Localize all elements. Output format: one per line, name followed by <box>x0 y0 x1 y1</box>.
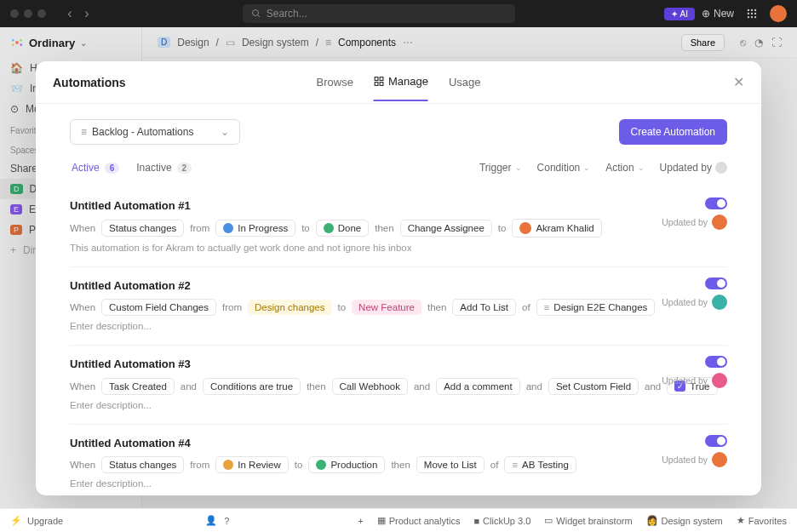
svg-point-5 <box>748 13 749 14</box>
forward-button[interactable]: › <box>80 6 94 21</box>
automation-toggle[interactable] <box>705 277 727 289</box>
filter-active[interactable]: Active 6 <box>70 158 121 177</box>
automation-item[interactable]: Untitled Automation #2 When Custom Field… <box>70 267 727 346</box>
svg-point-10 <box>754 16 756 18</box>
tab-manage[interactable]: Manage <box>374 63 428 101</box>
updated-by: Updated by <box>662 373 727 388</box>
search-icon <box>251 9 261 19</box>
action-chip[interactable]: Add a comment <box>436 378 520 395</box>
updated-by: Updated by <box>662 452 727 467</box>
action-chip[interactable]: Add To List <box>452 299 516 316</box>
to-chip[interactable]: Done <box>316 220 370 237</box>
search-placeholder: Search... <box>267 8 307 20</box>
automation-desc[interactable]: Enter description... <box>70 478 727 489</box>
footer-item[interactable]: ▦ Product analytics <box>377 515 461 526</box>
automation-item[interactable]: Untitled Automation #3 When Task Created… <box>70 346 727 425</box>
automation-toggle[interactable] <box>705 435 727 447</box>
svg-rect-17 <box>380 77 383 81</box>
svg-point-2 <box>748 9 749 11</box>
footer: ⚡ Upgrade 👤 ? + ▦ Product analytics ■ Cl… <box>0 508 797 532</box>
filter-trigger[interactable]: Trigger⌄ <box>479 162 522 174</box>
automation-item[interactable]: Untitled Automation #1 When Status chang… <box>70 187 727 267</box>
search-input[interactable]: Search... <box>243 4 515 23</box>
automation-title: Untitled Automation #1 <box>70 199 727 212</box>
trigger-chip[interactable]: Status changes <box>101 220 184 237</box>
action-chip[interactable]: Change Assignee <box>400 220 492 237</box>
svg-point-7 <box>754 13 756 14</box>
trigger-chip[interactable]: Custom Field Changes <box>101 299 216 316</box>
svg-point-6 <box>751 13 753 14</box>
updated-by: Updated by <box>662 215 727 230</box>
automation-title: Untitled Automation #4 <box>70 437 727 449</box>
footer-item[interactable]: ▭ Widget brainstorm <box>544 515 632 526</box>
modal-overlay: Automations Browse Manage Usage ✕ ≡ Back… <box>0 27 797 532</box>
upgrade-button[interactable]: ⚡ Upgrade <box>10 515 63 526</box>
close-button[interactable]: ✕ <box>733 74 744 90</box>
automation-item[interactable]: Untitled Automation #4 When Status chang… <box>70 425 727 495</box>
manage-icon <box>374 76 385 87</box>
automation-desc[interactable]: Enter description... <box>70 400 727 410</box>
action-chip[interactable]: Move to List <box>416 456 485 473</box>
ai-button[interactable]: ✦ AI <box>664 8 695 20</box>
footer-item[interactable]: ■ ClickUp 3.0 <box>473 516 530 526</box>
inactive-count: 2 <box>177 163 192 174</box>
to-chip[interactable]: New Feature <box>352 300 421 315</box>
updated-by: Updated by <box>662 295 727 310</box>
create-automation-button[interactable]: Create Automation <box>619 119 727 145</box>
footer-item[interactable]: ★ Favorites <box>737 515 787 526</box>
condition-chip[interactable]: Conditions are true <box>203 378 301 395</box>
svg-point-9 <box>751 16 753 18</box>
svg-point-4 <box>754 9 756 11</box>
svg-point-8 <box>748 16 749 18</box>
automation-desc[interactable]: Enter description... <box>70 321 727 331</box>
automations-modal: Automations Browse Manage Usage ✕ ≡ Back… <box>36 61 761 495</box>
to-chip[interactable]: Production <box>308 456 385 473</box>
svg-rect-19 <box>380 83 383 86</box>
from-chip[interactable]: Design changes <box>248 300 331 315</box>
automation-toggle[interactable] <box>705 356 727 368</box>
help-icon[interactable]: ? <box>224 516 229 526</box>
people-icon[interactable]: 👤 <box>205 515 217 526</box>
window-controls <box>10 9 46 18</box>
target-chip[interactable]: ≡Design E2E Changes <box>536 299 656 316</box>
footer-item[interactable]: 👩 Design system <box>646 515 723 526</box>
filter-inactive[interactable]: Inactive 2 <box>135 158 193 177</box>
from-chip[interactable]: In Review <box>215 456 289 473</box>
target-chip[interactable]: ≡AB Testing <box>504 456 576 473</box>
from-chip[interactable]: In Progress <box>215 220 295 237</box>
tab-browse[interactable]: Browse <box>317 63 353 101</box>
scope-selector[interactable]: ≡ Backlog - Automations ⌄ <box>70 119 240 145</box>
svg-rect-16 <box>376 77 379 81</box>
filter-updatedby[interactable]: Updated by <box>660 162 727 174</box>
svg-line-1 <box>257 15 260 18</box>
user-avatar[interactable] <box>770 5 787 22</box>
svg-rect-18 <box>376 83 379 86</box>
trigger-chip[interactable]: Task Created <box>101 378 175 395</box>
svg-point-0 <box>252 10 258 16</box>
tab-usage[interactable]: Usage <box>449 63 481 101</box>
action-chip[interactable]: Set Custom Field <box>548 378 639 395</box>
active-count: 6 <box>105 163 120 174</box>
scope-label: Backlog - Automations <box>92 126 193 138</box>
automation-title: Untitled Automation #3 <box>70 358 727 370</box>
action-chip[interactable]: Call Webhook <box>332 378 408 395</box>
target-chip[interactable]: Akram Khalid <box>512 219 601 237</box>
modal-title: Automations <box>53 76 126 89</box>
automation-title: Untitled Automation #2 <box>70 279 727 292</box>
filter-condition[interactable]: Condition⌄ <box>537 162 591 174</box>
apps-icon[interactable] <box>746 8 758 20</box>
titlebar: ‹ › Search... ✦ AI ⊕ New <box>0 0 797 27</box>
footer-add[interactable]: + <box>358 516 363 526</box>
filter-action[interactable]: Action⌄ <box>605 162 644 174</box>
svg-point-3 <box>751 9 753 11</box>
automation-desc: This automation is for Akram to actually… <box>70 243 727 253</box>
trigger-chip[interactable]: Status changes <box>101 456 184 473</box>
back-button[interactable]: ‹ <box>63 6 77 21</box>
automation-toggle[interactable] <box>705 197 727 209</box>
new-button[interactable]: ⊕ New <box>702 8 734 20</box>
